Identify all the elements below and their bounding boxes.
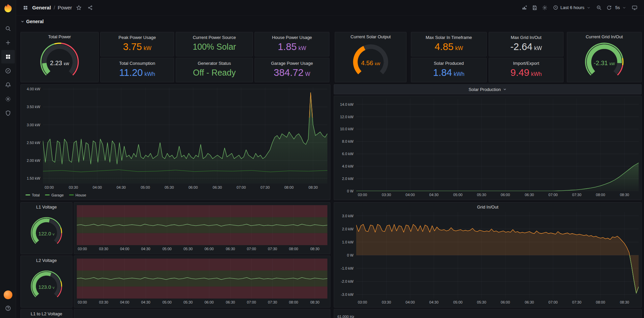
l2-voltage-chart: 03:0003:3004:0004:3005:0005:3006:0006:30… [77, 259, 327, 305]
total-power-panel: Total Power 2.23 kW [20, 32, 99, 82]
grid-in-out-chart: 3.0 kW2.0 kW1.0 kW0 W-1.0 kW-2.0 kW-3.0 … [337, 212, 639, 305]
dashboard-grid-icon [21, 3, 30, 12]
stat-value: 100% Solar [176, 40, 253, 56]
create-icon[interactable] [1, 36, 15, 49]
svg-text:123.0 V: 123.0 V [39, 284, 55, 290]
add-panel-icon[interactable] [520, 3, 529, 12]
plot-area[interactable] [77, 205, 327, 245]
star-icon[interactable] [74, 3, 84, 12]
current-solar-output-gauge: 4.56 kW [338, 41, 404, 81]
panel-title[interactable]: Grid In/Out [334, 202, 641, 211]
stat-panel-solar-produced: Solar Produced 1.84kWh [411, 58, 487, 82]
breadcrumb-root[interactable]: General [32, 5, 51, 10]
stat-panel-import-export: Import/Export 9.49kWh [489, 58, 564, 82]
stat-value: 384.72W [255, 66, 329, 82]
sidebar [0, 0, 16, 318]
l1-voltage-gauge: 122.0 V [23, 211, 69, 253]
panel-title[interactable]: Current Power Source [176, 32, 253, 40]
legend-item[interactable]: Total [25, 192, 40, 198]
grid-in-out-panel: Grid In/Out 3.0 kW2.0 kW1.0 kW0 W-1.0 kW… [334, 202, 642, 308]
refresh-icon[interactable] [604, 3, 614, 12]
avatar[interactable] [4, 290, 12, 299]
row-header-solar-production[interactable]: Solar Production [334, 84, 642, 94]
y-axis-labels: 4.00 kW3.50 kW3.00 kW2.50 kW2.00 kW1.50 … [23, 87, 43, 184]
legend-item[interactable]: House [69, 192, 86, 198]
alerting-icon[interactable] [1, 78, 15, 92]
panel-title[interactable]: Current Solar Output [335, 32, 406, 41]
stat-value: 1.84kWh [411, 66, 486, 82]
current-grid-in-out-panel: Current Grid In/Out -2.31 kW [567, 32, 642, 82]
total-power-gauge: 2.23 kW [23, 41, 96, 81]
panel-title[interactable]: House Power Usage [255, 32, 329, 40]
panel-title[interactable]: Current Grid In/Out [567, 32, 641, 41]
legend-item[interactable]: Garage [45, 192, 64, 198]
plot-area[interactable] [356, 99, 639, 191]
stat-value: -2.64kW [489, 40, 563, 56]
svg-text:122.0 V: 122.0 V [39, 231, 55, 236]
plot-area[interactable] [356, 212, 639, 299]
breadcrumb-separator: / [54, 5, 55, 10]
l2-voltage-timeseries-panel: 03:0003:3004:0004:3005:0005:3006:0006:30… [74, 256, 330, 308]
stat-value: 4.85kW [411, 40, 486, 56]
chevron-down-icon [503, 87, 507, 91]
panel-title[interactable]: Import/Export [489, 58, 563, 66]
explore-icon[interactable] [1, 64, 15, 78]
dashboards-icon[interactable] [1, 50, 15, 63]
chevron-down-icon [587, 6, 591, 10]
row-header-title: Solar Production [469, 87, 501, 92]
panel-title[interactable]: Peak Power Usage [101, 32, 174, 40]
tv-mode-icon[interactable] [630, 3, 639, 12]
power-chart: 4.00 kW3.50 kW3.00 kW2.50 kW2.00 kW1.50 … [23, 87, 327, 198]
configuration-gear-icon[interactable] [1, 92, 15, 106]
stat-value: 9.49kWh [489, 66, 563, 82]
plot-area[interactable] [43, 87, 327, 184]
x-axis-labels: 03:0003:3004:0004:3005:0005:3006:0006:30… [43, 184, 327, 190]
frequency-panel: 61.000 Hz [334, 309, 642, 318]
panel-title[interactable]: Garage Power Usage [255, 58, 329, 66]
breadcrumb-current[interactable]: Power [58, 5, 72, 10]
stat-value: Off - Ready [176, 66, 253, 82]
refresh-interval-picker[interactable]: 5s [614, 3, 629, 13]
panel-title[interactable]: L1 to L2 Voltage [21, 309, 72, 318]
current-solar-output-panel: Current Solar Output 4.56 kW [335, 32, 407, 82]
l1-to-l2-voltage-panel: L1 to L2 Voltage [20, 309, 72, 318]
dashboard-canvas: General Total Power 2.23 kW Peak Power U… [16, 15, 644, 318]
l1-voltage-timeseries-panel: 03:0003:3004:0004:3005:0005:3006:0006:30… [74, 202, 330, 254]
panel-title[interactable]: Solar Produced [411, 58, 486, 66]
l1-voltage-chart: 03:0003:3004:0004:3005:0005:3006:0006:30… [77, 205, 327, 252]
panel-title[interactable]: Total Consumption [101, 58, 174, 66]
panel-title[interactable]: L1 Voltage [21, 202, 72, 211]
share-icon[interactable] [86, 3, 95, 12]
help-icon[interactable] [1, 302, 15, 315]
y-axis-labels: 3.0 kW2.0 kW1.0 kW0 W-1.0 kW-2.0 kW-3.0 … [337, 212, 356, 299]
grafana-logo[interactable] [3, 3, 13, 14]
chevron-down-icon [622, 6, 626, 10]
plot-area[interactable] [77, 259, 327, 299]
chart-legend: TotalGarageHouse [23, 190, 327, 198]
x-axis-labels: 03:0003:3004:0004:3005:0005:3006:0006:30… [356, 191, 639, 198]
l2-voltage-gauge: 123.0 V [23, 265, 69, 306]
svg-text:2.23 kW: 2.23 kW [50, 59, 69, 66]
panel-title[interactable]: Max Solar In Timeframe [411, 32, 486, 40]
search-icon[interactable] [1, 22, 15, 35]
panel-title[interactable]: L2 Voltage [21, 256, 72, 265]
stat-panel-house-power-usage: House Power Usage 1.85kW [255, 32, 329, 56]
save-icon[interactable] [530, 3, 539, 12]
x-axis-labels: 03:0003:3004:0004:3005:0005:3006:0006:30… [77, 299, 327, 305]
time-range-picker[interactable]: Last 6 hours [550, 3, 594, 13]
x-axis-labels: 03:0003:3004:0004:3005:0005:3006:0006:30… [356, 299, 639, 305]
server-admin-shield-icon[interactable] [1, 106, 15, 120]
l1-to-l2-voltage-timeseries-panel [74, 309, 330, 318]
refresh-interval-label: 5s [615, 5, 620, 10]
l1-voltage-panel: L1 Voltage 122.0 V [20, 202, 72, 254]
svg-text:4.56 kW: 4.56 kW [361, 59, 380, 66]
stat-value: 11.20kWh [101, 66, 174, 82]
zoom-out-icon[interactable] [594, 3, 604, 12]
dashboard-settings-icon[interactable] [540, 3, 549, 12]
panel-title[interactable]: Total Power [21, 32, 98, 41]
panel-title[interactable]: Max Grid In/Out [489, 32, 563, 40]
solar-production-chart: 14.0 kW12.0 kW10.0 kW8.0 kW6.0 kW4.0 kW2… [337, 99, 639, 198]
section-row-general[interactable]: General [20, 19, 44, 24]
panel-title[interactable]: Generator Status [176, 58, 253, 66]
svg-text:-2.31 kW: -2.31 kW [594, 59, 615, 66]
